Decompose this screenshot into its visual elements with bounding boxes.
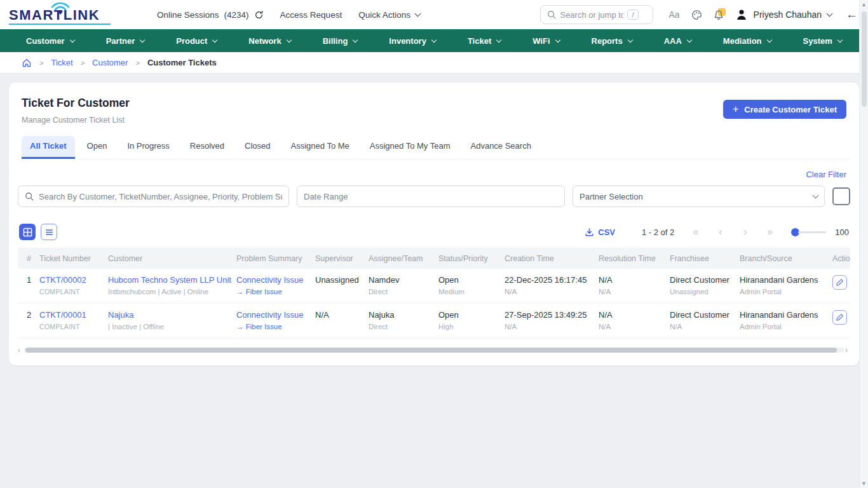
chevron-down-icon bbox=[140, 37, 145, 42]
nav-item-product[interactable]: Product bbox=[160, 29, 233, 52]
customer-link[interactable]: Hubcom Techno System LLP Unit bbox=[108, 275, 226, 285]
window-scrollbar-thumb[interactable] bbox=[862, 11, 867, 107]
quick-actions-menu[interactable]: Quick Actions bbox=[358, 10, 420, 20]
col-problem-summary[interactable]: Problem Summary bbox=[231, 248, 310, 269]
chevron-down-icon bbox=[353, 37, 358, 42]
nav-item-customer[interactable]: Customer bbox=[10, 29, 90, 52]
date-range-field[interactable] bbox=[297, 186, 565, 207]
tab-resolved[interactable]: Resolved bbox=[182, 136, 233, 159]
refresh-icon[interactable] bbox=[254, 10, 264, 20]
nav-label: WiFi bbox=[532, 36, 550, 46]
pagination-controls: « ‹ › » bbox=[683, 226, 782, 238]
page-size-slider[interactable] bbox=[791, 228, 826, 236]
col-customer[interactable]: Customer bbox=[103, 248, 231, 269]
next-page-button[interactable]: › bbox=[733, 226, 757, 238]
customer-link[interactable]: Najuka bbox=[108, 310, 226, 320]
nav-item-billing[interactable]: Billing bbox=[307, 29, 374, 52]
window-scrollbar[interactable]: ▲ ▼ bbox=[859, 0, 868, 488]
ticket-number-link[interactable]: CTKT/00001 bbox=[39, 310, 98, 320]
chevron-down-icon bbox=[431, 37, 437, 42]
nav-item-mediation[interactable]: Mediation bbox=[707, 29, 787, 52]
col-franchisee[interactable]: Franchisee bbox=[665, 248, 735, 269]
back-arrow-button[interactable]: ← bbox=[846, 8, 858, 22]
ticket-tabs: All Ticket Open In Progress Resolved Clo… bbox=[18, 136, 850, 159]
franchisee: Direct Customer bbox=[670, 275, 729, 285]
top-bar: SMARTLINK Online Sessions (4234) Access … bbox=[0, 0, 868, 29]
smartlink-logo[interactable]: SMARTLINK bbox=[8, 2, 125, 27]
nav-item-inventory[interactable]: Inventory bbox=[373, 29, 452, 52]
tab-closed[interactable]: Closed bbox=[236, 136, 278, 159]
nav-item-wifi[interactable]: WiFi bbox=[517, 29, 575, 52]
grid-view-toggle[interactable] bbox=[19, 224, 36, 240]
tab-in-progress[interactable]: In Progress bbox=[119, 136, 177, 159]
scroll-down-icon[interactable]: ▼ bbox=[861, 480, 867, 487]
ticket-number-link[interactable]: CTKT/00002 bbox=[39, 275, 98, 285]
slider-track[interactable] bbox=[798, 231, 826, 233]
global-search-input[interactable] bbox=[560, 10, 623, 20]
edit-ticket-button[interactable] bbox=[832, 310, 847, 325]
notifications-bell-icon[interactable] bbox=[714, 10, 724, 20]
col-creation-time[interactable]: Creation Time bbox=[499, 248, 593, 269]
nav-item-network[interactable]: Network bbox=[233, 29, 306, 52]
priority: Medium bbox=[438, 288, 494, 295]
col-status-priority[interactable]: Status/Priority bbox=[433, 248, 499, 269]
prev-page-button[interactable]: ‹ bbox=[708, 226, 733, 238]
col-assignee-team[interactable]: Assignee/Team bbox=[363, 248, 433, 269]
nav-item-partner[interactable]: Partner bbox=[90, 29, 161, 52]
nav-item-aaa[interactable]: AAA bbox=[648, 29, 707, 52]
creation-time-sub: N/A bbox=[505, 323, 588, 330]
breadcrumb-separator: > bbox=[39, 59, 43, 67]
nav-label: Customer bbox=[26, 36, 65, 46]
list-view-toggle[interactable] bbox=[41, 224, 57, 240]
tab-assigned-to-my-team[interactable]: Assigned To My Team bbox=[362, 136, 459, 159]
user-avatar bbox=[735, 8, 748, 21]
creation-time: 27-Sep-2025 13:49:25 bbox=[505, 310, 588, 320]
home-icon[interactable] bbox=[22, 58, 32, 68]
user-menu[interactable]: Priyesh Chauhan bbox=[735, 8, 832, 21]
nav-item-system[interactable]: System bbox=[787, 29, 858, 52]
filter-checkbox[interactable] bbox=[832, 187, 850, 205]
problem-summary-link[interactable]: Connectivity Issue bbox=[236, 310, 305, 320]
date-range-input[interactable] bbox=[304, 192, 558, 201]
col-resolution-time[interactable]: Resolution Time bbox=[593, 248, 665, 269]
tab-open[interactable]: Open bbox=[79, 136, 116, 159]
theme-palette-icon[interactable] bbox=[691, 10, 702, 20]
scroll-right-icon[interactable]: › bbox=[845, 346, 850, 354]
scrollbar-thumb[interactable] bbox=[25, 348, 837, 353]
edit-ticket-button[interactable] bbox=[832, 275, 847, 290]
tab-advance-search[interactable]: Advance Search bbox=[463, 136, 539, 159]
col-action[interactable]: Action bbox=[827, 248, 850, 269]
scrollbar-track[interactable] bbox=[24, 348, 844, 353]
create-customer-ticket-button[interactable]: + Create Customer Ticket bbox=[723, 100, 846, 119]
online-sessions[interactable]: Online Sessions (4234) bbox=[157, 10, 264, 20]
nav-item-reports[interactable]: Reports bbox=[576, 29, 648, 52]
nav-item-ticket[interactable]: Ticket bbox=[452, 29, 517, 52]
problem-summary-link[interactable]: Connectivity Issue bbox=[236, 275, 305, 285]
clear-filter-link[interactable]: Clear Filter bbox=[806, 170, 846, 179]
scroll-left-icon[interactable]: ‹ bbox=[18, 346, 23, 354]
col-supervisor[interactable]: Supervisor bbox=[310, 248, 363, 269]
supervisor: Unassigned bbox=[315, 275, 358, 285]
col-ticket-number[interactable]: Ticket Number bbox=[34, 248, 103, 269]
col-index[interactable]: # bbox=[18, 248, 34, 269]
table-toolbar: CSV 1 - 2 of 2 « ‹ › » 100 bbox=[19, 224, 849, 240]
tab-all-ticket[interactable]: All Ticket bbox=[22, 136, 75, 159]
global-search[interactable]: / bbox=[540, 5, 653, 24]
partner-selection-dropdown[interactable]: Partner Selection bbox=[573, 186, 825, 207]
col-branch-source[interactable]: Branch/Source bbox=[735, 248, 827, 269]
access-request-link[interactable]: Access Request bbox=[280, 10, 342, 20]
ticket-search-input[interactable] bbox=[39, 192, 282, 201]
chevron-down-icon bbox=[69, 37, 74, 42]
problem-sub-issue[interactable]: → Fiber Issue bbox=[236, 288, 305, 295]
tab-assigned-to-me[interactable]: Assigned To Me bbox=[283, 136, 358, 159]
scroll-up-icon[interactable]: ▲ bbox=[861, 1, 867, 8]
first-page-button[interactable]: « bbox=[683, 226, 708, 238]
breadcrumb-link-customer[interactable]: Customer bbox=[92, 58, 128, 67]
breadcrumb-link-ticket[interactable]: Ticket bbox=[51, 58, 72, 67]
export-csv-button[interactable]: CSV bbox=[585, 227, 615, 237]
problem-sub-issue[interactable]: → Fiber Issue bbox=[236, 323, 305, 330]
ticket-search-field[interactable] bbox=[18, 186, 289, 207]
last-page-button[interactable]: » bbox=[757, 226, 782, 238]
text-size-toggle[interactable]: Aa bbox=[668, 10, 679, 20]
creation-time-sub: N/A bbox=[505, 288, 588, 295]
